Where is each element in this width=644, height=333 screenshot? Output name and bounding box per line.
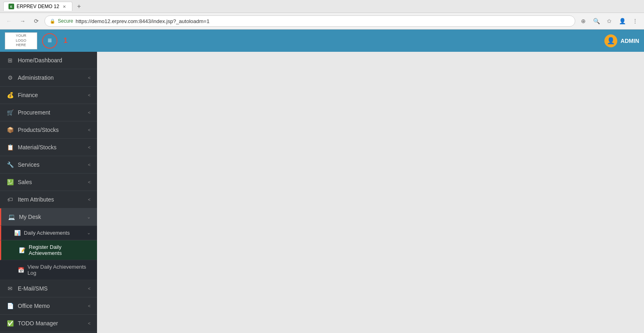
secure-label: Secure	[58, 18, 73, 24]
administration-icon: ⚙	[6, 74, 14, 81]
secure-icon: 🔒	[50, 19, 55, 24]
zoom-icon-button[interactable]: 🔍	[591, 15, 602, 27]
profile-icon-button[interactable]: 👤	[617, 15, 628, 27]
services-chevron: <	[88, 162, 91, 167]
sales-icon: 💹	[6, 178, 14, 186]
services-icon: 🔧	[6, 161, 14, 168]
item-attributes-icon: 🏷	[6, 196, 14, 203]
sidebar-item-administration[interactable]: ⚙ Administration <	[0, 69, 97, 87]
home-icon: ⊞	[6, 57, 14, 64]
reload-button[interactable]: ⟳	[31, 15, 42, 27]
browser-chrome: E ERPREV DEMO 12 ✕ + ← → ⟳ 🔒 Secure http…	[0, 0, 644, 30]
browser-titlebar: E ERPREV DEMO 12 ✕ +	[0, 0, 644, 13]
back-button[interactable]: ←	[3, 15, 15, 27]
more-icon-button[interactable]: ⋮	[629, 15, 641, 27]
my-desk-icon: 💻	[8, 213, 15, 221]
material-icon: 📋	[6, 144, 14, 151]
tab-close-button[interactable]: ✕	[61, 4, 67, 9]
todo-manager-chevron: <	[88, 321, 91, 326]
forward-button[interactable]: →	[17, 15, 28, 27]
office-memo-icon: 📄	[6, 302, 14, 310]
my-desk-label: My Desk	[19, 214, 41, 220]
item-attributes-label: Item Attributes	[18, 196, 54, 203]
sidebar-item-home[interactable]: ⊞ Home/Dashboard	[0, 52, 97, 69]
user-avatar: 👤	[604, 34, 617, 47]
sidebar-item-item-attributes[interactable]: 🏷 Item Attributes <	[0, 191, 97, 208]
todo-manager-icon: ✅	[6, 320, 14, 327]
sidebar-daily-achievements-header[interactable]: 📊 Daily Achievements ⌄	[0, 226, 97, 240]
sidebar-item-procurement[interactable]: 🛒 Procurement <	[0, 104, 97, 121]
email-sms-icon: ✉	[6, 285, 14, 292]
item-attributes-chevron: <	[88, 197, 91, 202]
sidebar: ⊞ Home/Dashboard ⚙ Administration < 💰 Fi…	[0, 52, 97, 333]
procurement-chevron: <	[88, 110, 91, 115]
location-icon-button[interactable]: ⊕	[578, 15, 589, 27]
sidebar-subgroup-daily-achievements: 📊 Daily Achievements ⌄ 📝 Register Daily …	[0, 226, 97, 280]
administration-label: Administration	[18, 74, 54, 81]
finance-icon: 💰	[6, 91, 14, 99]
sidebar-item-sales[interactable]: 💹 Sales <	[0, 174, 97, 191]
view-daily-log-label: View Daily Achievements Log	[27, 264, 91, 276]
register-daily-label: Register Daily Achievements	[29, 244, 91, 256]
material-label: Material/Stocks	[18, 144, 57, 151]
sidebar-item-email-sms[interactable]: ✉ E-Mail/SMS <	[0, 280, 97, 297]
email-sms-chevron: <	[88, 286, 91, 291]
products-label: Products/Stocks	[18, 127, 59, 133]
app-wrapper: YOUR LOGO HERE ≡ 1 👤 ADMIN ⊞ Home/Dashbo…	[0, 30, 644, 333]
sidebar-item-todo-manager[interactable]: ✅ TODO Manager <	[0, 315, 97, 332]
my-desk-chevron: ⌄	[87, 214, 91, 220]
register-daily-icon: 📝	[19, 247, 25, 253]
annotation-1: 1	[61, 37, 70, 45]
tab-favicon: E	[8, 4, 14, 9]
administration-chevron: <	[88, 75, 91, 80]
bookmark-icon-button[interactable]: ✩	[604, 15, 615, 27]
view-daily-log-icon: 📅	[18, 267, 24, 273]
services-label: Services	[18, 161, 40, 168]
sidebar-item-my-desk[interactable]: 💻 My Desk ⌄	[0, 208, 97, 226]
app-header: YOUR LOGO HERE ≡ 1 👤 ADMIN	[0, 30, 644, 52]
sidebar-subitem-view-daily-log[interactable]: 📅 View Daily Achievements Log	[0, 260, 97, 280]
sidebar-item-office-memo[interactable]: 📄 Office Memo <	[0, 297, 97, 315]
products-icon: 📦	[6, 126, 14, 134]
home-label: Home/Dashboard	[18, 57, 62, 64]
sidebar-item-material-stocks[interactable]: 📋 Material/Stocks <	[0, 139, 97, 156]
finance-label: Finance	[18, 92, 38, 98]
address-bar[interactable]: 🔒 Secure https://demo12.erprev.com:8443/…	[44, 15, 575, 27]
sales-label: Sales	[18, 179, 32, 185]
tab-title: ERPREV DEMO 12	[17, 4, 59, 9]
menu-toggle-button[interactable]: ≡	[42, 33, 57, 49]
browser-toolbar: ← → ⟳ 🔒 Secure https://demo12.erprev.com…	[0, 13, 644, 29]
products-chevron: <	[88, 127, 91, 132]
daily-achievements-chevron: ⌄	[87, 230, 91, 235]
user-name: ADMIN	[621, 38, 639, 44]
new-tab-button[interactable]: +	[74, 2, 84, 11]
logo-box: YOUR LOGO HERE	[5, 32, 37, 49]
main-area	[97, 52, 644, 333]
email-sms-label: E-Mail/SMS	[18, 285, 48, 292]
daily-achievements-icon: 📊	[14, 230, 21, 236]
office-memo-label: Office Memo	[18, 303, 50, 309]
material-chevron: <	[88, 145, 91, 150]
logo-text: YOUR LOGO HERE	[16, 34, 26, 48]
sidebar-item-services[interactable]: 🔧 Services <	[0, 156, 97, 174]
procurement-label: Procurement	[18, 109, 50, 116]
sidebar-item-finance[interactable]: 💰 Finance <	[0, 87, 97, 104]
toolbar-icons: ⊕ 🔍 ✩ 👤 ⋮	[578, 15, 641, 27]
sales-chevron: <	[88, 180, 91, 185]
office-memo-chevron: <	[88, 303, 91, 308]
browser-tab[interactable]: E ERPREV DEMO 12 ✕	[3, 2, 72, 11]
user-area: 👤 ADMIN	[604, 34, 639, 47]
main-content: ⊞ Home/Dashboard ⚙ Administration < 💰 Fi…	[0, 52, 644, 333]
sidebar-subitem-register-daily[interactable]: 📝 Register Daily Achievements	[0, 240, 97, 260]
procurement-icon: 🛒	[6, 109, 14, 116]
sidebar-item-products-stocks[interactable]: 📦 Products/Stocks <	[0, 121, 97, 139]
url-text: https://demo12.erprev.com:8443/index.jsp…	[76, 18, 570, 24]
daily-achievements-label: Daily Achievements	[24, 230, 70, 236]
todo-manager-label: TODO Manager	[18, 320, 58, 327]
finance-chevron: <	[88, 93, 91, 98]
